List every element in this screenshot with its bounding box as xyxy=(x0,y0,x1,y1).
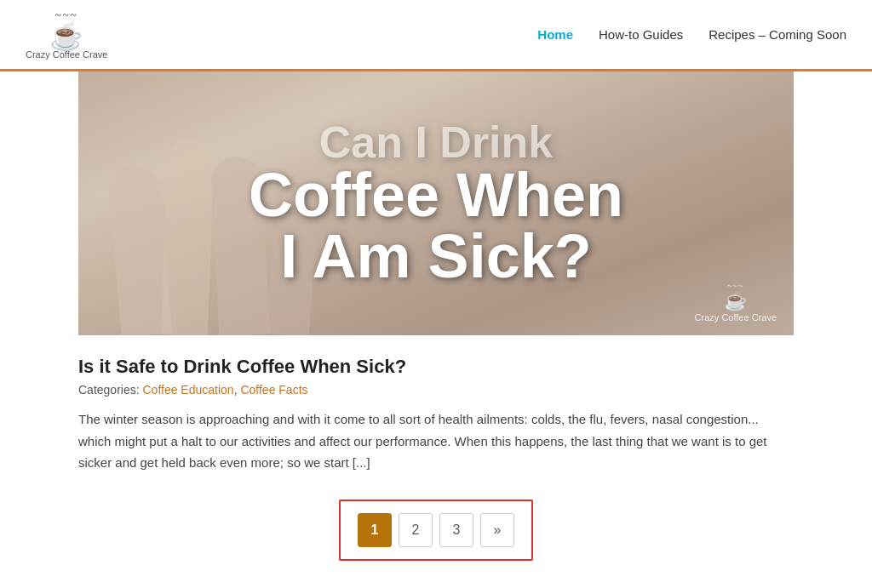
main-nav: Home How-to Guides Recipes – Coming Soon xyxy=(537,27,846,42)
categories-label: Categories: xyxy=(78,383,140,397)
category-coffee-education[interactable]: Coffee Education xyxy=(142,383,233,397)
page-1-button[interactable]: 1 xyxy=(358,513,392,547)
hero-image[interactable]: Can I Drink Coffee When I Am Sick? ~~~ ☕… xyxy=(78,71,794,335)
page-2-button[interactable]: 2 xyxy=(399,513,433,547)
watermark-cup-icon: ~~~ ☕ xyxy=(695,281,777,312)
pagination-wrapper: 1 2 3 » xyxy=(0,500,872,561)
nav-recipes[interactable]: Recipes – Coming Soon xyxy=(708,27,846,42)
nav-home[interactable]: Home xyxy=(537,27,573,42)
site-logo[interactable]: ~~~ ☕ Crazy Coffee Crave xyxy=(26,9,107,60)
category-coffee-facts[interactable]: Coffee Facts xyxy=(240,383,307,397)
categories-line: Categories: Coffee Education, Coffee Fac… xyxy=(78,383,794,397)
article-title[interactable]: Is it Safe to Drink Coffee When Sick? xyxy=(78,356,794,378)
logo-cup-icon: ☕ xyxy=(49,22,83,49)
watermark-name: Crazy Coffee Crave xyxy=(695,312,777,323)
logo-name: Crazy Coffee Crave xyxy=(26,49,107,60)
article-excerpt: The winter season is approaching and wit… xyxy=(78,408,794,474)
hero-text-line2: I Am Sick? xyxy=(114,225,758,287)
nav-how-to-guides[interactable]: How-to Guides xyxy=(599,27,683,42)
hero-text-line1: Coffee When xyxy=(114,164,758,225)
main-content: Is it Safe to Drink Coffee When Sick? Ca… xyxy=(53,356,819,474)
hero-watermark: ~~~ ☕ Crazy Coffee Crave xyxy=(695,281,777,323)
hero-wrapper: Can I Drink Coffee When I Am Sick? ~~~ ☕… xyxy=(53,71,819,335)
hero-text: Can I Drink Coffee When I Am Sick? xyxy=(114,120,758,287)
page-3-button[interactable]: 3 xyxy=(439,513,473,547)
next-page-button[interactable]: » xyxy=(480,513,514,547)
hero-text-top: Can I Drink xyxy=(114,120,758,164)
site-header: ~~~ ☕ Crazy Coffee Crave Home How-to Gui… xyxy=(0,0,872,71)
pagination-box: 1 2 3 » xyxy=(339,500,533,561)
